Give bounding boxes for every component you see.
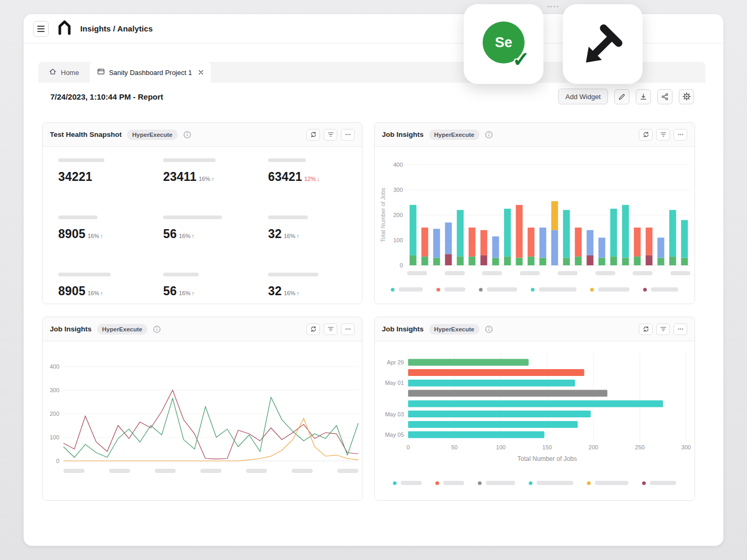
bar-segment <box>657 258 664 265</box>
ellipsis-icon <box>345 131 351 138</box>
more-options-button[interactable] <box>341 129 355 141</box>
bar-segment <box>457 256 464 265</box>
legend-label-skeleton <box>401 481 422 485</box>
home-icon <box>49 68 57 77</box>
x-tick-label: 150 <box>542 444 552 450</box>
toolbar-actions: Add Widget <box>558 89 694 104</box>
legend-label-skeleton <box>595 481 628 485</box>
legend-dot <box>479 288 483 292</box>
bar-segment <box>575 228 582 256</box>
legend-item <box>436 287 465 292</box>
bar-segment <box>468 256 475 265</box>
legend-item <box>587 481 628 485</box>
tab-home[interactable]: Home <box>38 62 90 83</box>
bar-segment <box>646 255 653 265</box>
info-icon[interactable] <box>153 325 161 333</box>
more-options-button[interactable] <box>674 129 687 141</box>
edit-button[interactable] <box>614 89 629 104</box>
more-options-button[interactable] <box>341 324 355 335</box>
line-series <box>63 397 358 458</box>
selenium-logo-icon: Se ✓ <box>483 21 526 64</box>
hyperexecute-badge: HyperExecute <box>97 324 148 335</box>
settings-button[interactable] <box>679 89 694 104</box>
ellipsis-icon <box>345 326 351 332</box>
bar-segment <box>634 228 641 256</box>
stat-cell: 890516%↑ <box>58 216 163 258</box>
filter-button[interactable] <box>656 129 670 141</box>
y-tick-label: 300 <box>50 387 59 393</box>
bar-segment <box>563 210 570 257</box>
info-icon[interactable] <box>183 131 191 139</box>
bar-segment <box>421 256 428 265</box>
stat-cell: 6342112%↓ <box>268 158 362 201</box>
filter-button[interactable] <box>656 324 670 335</box>
bar-segment <box>575 256 582 265</box>
legend-label-skeleton <box>537 481 573 485</box>
x-tick-skeleton <box>520 271 540 275</box>
info-icon[interactable] <box>485 325 493 333</box>
ellipsis-icon <box>677 326 684 332</box>
more-options-button[interactable] <box>674 324 687 335</box>
bar-segment <box>492 236 499 258</box>
background-dots-skeleton <box>548 6 558 7</box>
y-category-label: May 01 <box>385 380 404 386</box>
line-series <box>63 390 358 459</box>
legend-dot <box>391 288 394 292</box>
legend-item <box>529 481 573 485</box>
bar-segment <box>410 205 417 255</box>
up-arrow-icon: ↑ <box>191 233 195 239</box>
add-widget-button[interactable]: Add Widget <box>558 89 608 104</box>
bar-segment <box>445 254 452 265</box>
bar-segment <box>634 256 641 265</box>
stat-delta: 16%↑ <box>179 290 195 296</box>
chart-legend <box>375 287 695 292</box>
stacked-bar-chart: 0100200300400Total Number of Jobs <box>375 147 695 279</box>
legend-item <box>478 481 515 485</box>
legend-label-skeleton <box>598 287 629 292</box>
hbar <box>408 359 529 365</box>
tab-sanity-dashboard[interactable]: Sanity Dashboard Project 1 <box>90 62 211 83</box>
refresh-button[interactable] <box>306 324 320 335</box>
widget-job-insights-hbar: Job Insights HyperExecute 05010015020025… <box>374 317 695 501</box>
filter-button[interactable] <box>324 129 337 141</box>
gear-icon <box>682 92 691 101</box>
stats-grid: 342212341116%↑6342112%↓890516%↑5616%↑321… <box>42 147 362 304</box>
bar-segment <box>468 228 475 256</box>
tab-active-label: Sanity Dashboard Project 1 <box>109 69 192 77</box>
bar-segment <box>539 258 546 265</box>
refresh-button[interactable] <box>639 129 653 141</box>
y-category-label: Apr 29 <box>387 359 404 365</box>
x-tick-skeleton <box>633 271 653 275</box>
hbar <box>408 390 607 397</box>
page-background: { "header": { "title": "Insights / Analy… <box>0 0 747 560</box>
window-icon <box>97 68 105 77</box>
bar-segment <box>516 205 522 258</box>
horizontal-bar-chart: 050100150200250300Apr 29May 01May 03May … <box>375 341 695 467</box>
refresh-button[interactable] <box>306 129 320 141</box>
widget-header: Job Insights HyperExecute <box>42 317 362 341</box>
refresh-button[interactable] <box>639 324 653 335</box>
x-tick-skeleton <box>407 271 427 275</box>
x-tick-skeleton <box>595 271 615 275</box>
stat-value: 8905 <box>58 284 86 298</box>
hamburger-menu-button[interactable] <box>33 21 49 37</box>
filter-button[interactable] <box>324 324 337 335</box>
bar-segment <box>421 228 428 256</box>
y-tick-label: 100 <box>393 237 403 243</box>
bar-segment <box>610 209 617 256</box>
up-arrow-icon: ↑ <box>100 290 103 296</box>
up-arrow-icon: ↑ <box>100 233 103 239</box>
x-tick-skeleton <box>109 469 130 473</box>
legend-item <box>435 481 464 485</box>
download-button[interactable] <box>636 89 651 104</box>
y-axis-title: Total Number of Jobs <box>380 188 386 242</box>
tab-close-button[interactable] <box>196 68 206 77</box>
y-tick-label: 400 <box>393 161 403 168</box>
share-button[interactable] <box>657 89 673 104</box>
widget-title: Job Insights <box>382 325 424 333</box>
bar-segment <box>657 238 664 257</box>
info-icon[interactable] <box>485 131 493 139</box>
y-category-label: May 05 <box>385 432 404 438</box>
legend-label-skeleton <box>487 287 517 292</box>
legend-dot <box>478 481 482 485</box>
